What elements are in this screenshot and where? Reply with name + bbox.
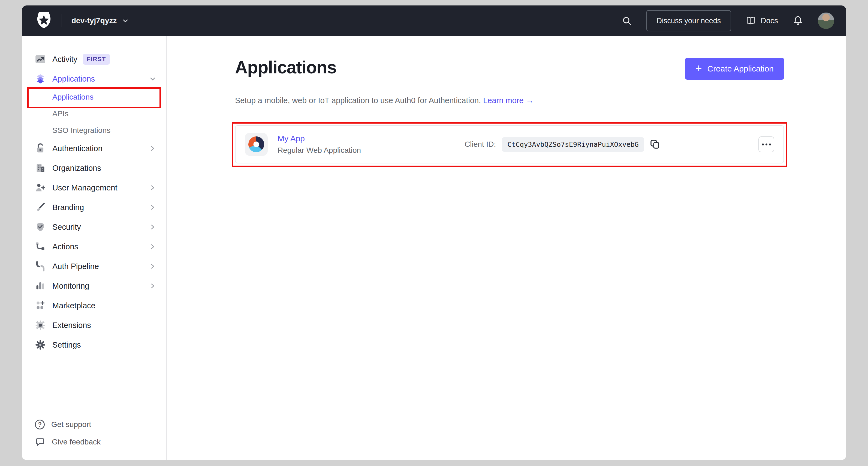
row-menu-button[interactable]	[758, 137, 774, 152]
chevron-right-icon	[149, 184, 156, 192]
copy-icon	[649, 138, 661, 150]
chevron-right-icon	[149, 262, 156, 270]
docs-label: Docs	[761, 17, 778, 25]
sidebar-item-label: Settings	[52, 341, 81, 349]
user-gear-icon	[35, 182, 46, 193]
footer-item-label: Give feedback	[52, 438, 101, 446]
sidebar-item-activity[interactable]: Activity FIRST	[22, 49, 166, 69]
page-title: Applications	[235, 57, 336, 78]
sidebar-item-label: Actions	[52, 242, 78, 251]
sidebar-item-label: Auth Pipeline	[52, 262, 99, 271]
app-window: dev-tyj7qyzz Discuss your needs Docs	[22, 5, 846, 460]
docs-link[interactable]: Docs	[745, 15, 778, 26]
chevron-right-icon	[149, 243, 156, 251]
layers-icon	[35, 74, 46, 84]
sidebar-footer: ? Get support Give feedback	[22, 416, 166, 451]
description-text: Setup a mobile, web or IoT application t…	[235, 96, 481, 105]
sidebar-item-security[interactable]: Security	[22, 217, 166, 237]
sidebar-item-label: Organizations	[52, 164, 101, 173]
create-application-button[interactable]: + Create Application	[685, 58, 784, 80]
sidebar-item-label: Security	[52, 223, 81, 232]
sidebar-item-user-management[interactable]: User Management	[22, 178, 166, 198]
chip-icon	[35, 320, 46, 331]
app-logo-donut-icon	[248, 137, 264, 152]
copy-button[interactable]	[649, 138, 661, 150]
chevron-down-icon	[122, 17, 129, 24]
plus-icon: +	[695, 63, 702, 74]
sidebar-item-label: Authentication	[52, 144, 102, 153]
sidebar-item-branding[interactable]: Branding	[22, 198, 166, 217]
speech-bubble-icon	[35, 437, 45, 447]
footer-item-label: Get support	[51, 420, 91, 429]
chevron-right-icon	[149, 145, 156, 152]
application-row[interactable]: My App Regular Web Application Client ID…	[235, 125, 784, 164]
sidebar-item-actions[interactable]: Actions	[22, 237, 166, 257]
sidebar-item-organizations[interactable]: Organizations	[22, 158, 166, 178]
app-type: Regular Web Application	[278, 146, 361, 155]
discuss-your-needs-button[interactable]: Discuss your needs	[646, 10, 732, 31]
flow-icon	[35, 241, 46, 252]
page-description: Setup a mobile, web or IoT application t…	[235, 96, 784, 105]
create-application-label: Create Application	[707, 64, 774, 74]
notifications-button[interactable]	[792, 15, 804, 26]
sidebar-item-label: Monitoring	[52, 282, 89, 291]
sidebar-item-marketplace[interactable]: Marketplace	[22, 296, 166, 315]
search-button[interactable]	[621, 15, 632, 26]
gear-icon	[35, 340, 46, 350]
learn-more-link[interactable]: Learn more →	[483, 96, 533, 105]
sidebar-subitem-apis[interactable]: APIs	[22, 105, 166, 122]
give-feedback-link[interactable]: Give feedback	[22, 433, 166, 451]
bar-chart-icon	[35, 281, 46, 291]
sidebar-item-authentication[interactable]: Authentication	[22, 139, 166, 158]
user-avatar[interactable]	[818, 12, 834, 29]
tenant-switcher[interactable]: dev-tyj7qyzz	[71, 17, 129, 25]
app-name-link[interactable]: My App	[278, 134, 361, 143]
sidebar-subitem-applications[interactable]: Applications	[22, 89, 166, 105]
chevron-right-icon	[149, 204, 156, 211]
paintbrush-icon	[35, 202, 46, 213]
sidebar-item-applications[interactable]: Applications	[22, 69, 166, 89]
auth0-shield-icon	[35, 12, 52, 30]
main-content: Applications + Create Application Setup …	[167, 36, 846, 460]
get-support-link[interactable]: ? Get support	[22, 416, 166, 433]
sidebar-item-label: Marketplace	[52, 301, 95, 310]
grid-plus-icon	[35, 300, 46, 311]
ellipsis-icon	[762, 144, 764, 145]
sidebar-item-label: Extensions	[52, 321, 91, 330]
building-icon	[35, 163, 46, 174]
client-id-value: CtCqy3AvbQZSo7sE9RiynaPuiXOxvebG	[502, 137, 644, 152]
topbar-divider	[62, 14, 62, 27]
help-icon: ?	[35, 419, 45, 430]
auth0-logo[interactable]	[35, 12, 52, 30]
sidebar-item-label: Applications	[52, 75, 95, 84]
chevron-down-icon	[149, 75, 156, 83]
sidebar-item-settings[interactable]: Settings	[22, 335, 166, 355]
bell-icon	[792, 15, 804, 26]
sidebar-item-label: Branding	[52, 203, 84, 212]
shield-check-icon	[35, 222, 46, 232]
learn-more-label: Learn more	[483, 96, 523, 105]
sidebar-item-auth-pipeline[interactable]: Auth Pipeline	[22, 257, 166, 276]
activity-icon	[35, 54, 46, 65]
search-icon	[621, 15, 632, 26]
first-badge: FIRST	[83, 54, 110, 65]
book-icon	[745, 15, 756, 26]
client-id-label: Client ID:	[465, 140, 496, 149]
pipeline-icon	[35, 261, 46, 272]
client-id-group: Client ID: CtCqy3AvbQZSo7sE9RiynaPuiXOxv…	[465, 137, 661, 152]
sidebar-item-label: Activity	[52, 55, 78, 64]
topbar: dev-tyj7qyzz Discuss your needs Docs	[22, 5, 846, 36]
sidebar-item-extensions[interactable]: Extensions	[22, 315, 166, 335]
tenant-name: dev-tyj7qyzz	[71, 17, 117, 25]
sidebar-subitem-sso-integrations[interactable]: SSO Integrations	[22, 122, 166, 139]
sidebar-item-label: User Management	[52, 183, 118, 192]
chevron-right-icon	[149, 282, 156, 290]
sidebar: Activity FIRST Applications Applications…	[22, 36, 167, 460]
arrow-right-icon: →	[526, 96, 534, 105]
app-logo	[245, 133, 268, 156]
lock-open-icon	[35, 143, 46, 154]
chevron-right-icon	[149, 223, 156, 231]
sidebar-item-monitoring[interactable]: Monitoring	[22, 276, 166, 296]
